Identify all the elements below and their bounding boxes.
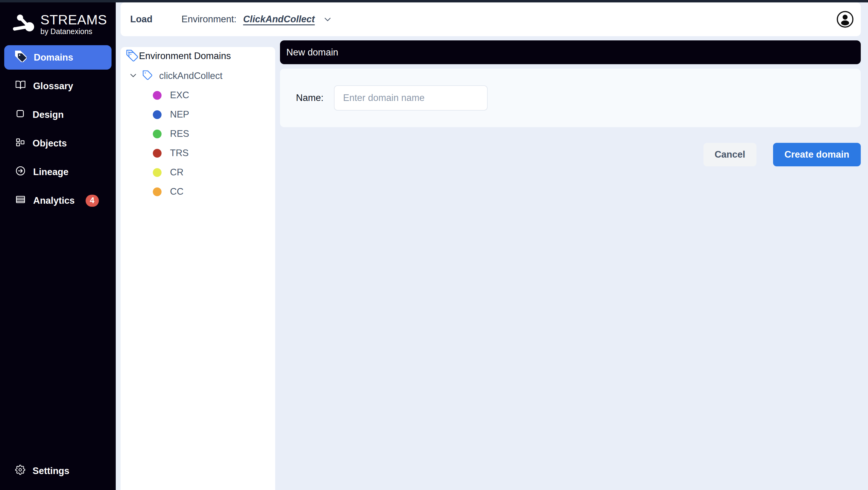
domain-item-trs[interactable]: TRS xyxy=(121,144,275,163)
domain-color-dot xyxy=(153,187,161,196)
window-top-edge xyxy=(0,0,868,2)
domain-color-dot xyxy=(153,130,161,138)
environment-label: Environment: xyxy=(181,14,237,25)
tree-root-clickandcollect[interactable]: clickAndCollect xyxy=(121,70,275,81)
top-header: Load Environment: ClickAndCollect xyxy=(121,2,861,36)
sidebar-item-label: Lineage xyxy=(33,167,68,178)
domain-item-exc[interactable]: EXC xyxy=(121,86,275,105)
panel-title: Environment Domains xyxy=(139,51,231,61)
domain-item-cr[interactable]: CR xyxy=(121,163,275,182)
logo-title: STREAMS xyxy=(40,13,107,27)
domain-color-dot xyxy=(153,168,161,177)
domain-label: NEP xyxy=(170,109,189,120)
new-domain-title: New domain xyxy=(286,47,338,58)
tags-icon xyxy=(15,51,27,64)
square-icon xyxy=(15,109,25,121)
domain-color-dot xyxy=(153,91,161,100)
sidebar-item-label: Domains xyxy=(34,52,73,63)
domain-label: CR xyxy=(170,167,184,178)
sidebar-nav: Domains Glossary Design xyxy=(0,43,116,215)
blocks-icon xyxy=(15,137,25,150)
load-button[interactable]: Load xyxy=(130,14,153,25)
new-domain-header: New domain xyxy=(280,40,861,64)
tags-icon xyxy=(126,49,138,63)
sidebar-item-objects[interactable]: Objects xyxy=(0,129,116,158)
sidebar-item-label: Objects xyxy=(33,138,67,149)
sidebar-item-settings[interactable]: Settings xyxy=(0,457,116,485)
gear-icon xyxy=(15,465,25,477)
domain-item-nep[interactable]: NEP xyxy=(121,105,275,124)
sidebar-item-label: Analytics xyxy=(33,195,75,206)
domain-item-res[interactable]: RES xyxy=(121,124,275,144)
logo: STREAMS by Datanexions xyxy=(0,0,116,42)
cancel-button[interactable]: Cancel xyxy=(704,143,756,166)
streams-logo-icon xyxy=(10,13,35,35)
chevron-down-icon[interactable] xyxy=(322,14,333,24)
sidebar: STREAMS by Datanexions xyxy=(0,0,116,490)
sidebar-item-lineage[interactable]: Lineage xyxy=(0,158,116,186)
domain-label: TRS xyxy=(170,148,189,158)
analytics-badge: 4 xyxy=(86,195,99,207)
domain-color-dot xyxy=(153,149,161,158)
chevron-down-icon[interactable] xyxy=(128,70,138,81)
domain-list: EXC NEP RES TRS xyxy=(121,86,275,201)
tree-root-label: clickAndCollect xyxy=(159,70,222,81)
app-root: STREAMS by Datanexions xyxy=(0,0,868,490)
create-domain-button[interactable]: Create domain xyxy=(773,143,861,166)
name-label: Name: xyxy=(296,93,323,103)
tag-icon xyxy=(142,70,153,82)
main-column: Load Environment: ClickAndCollect xyxy=(116,0,868,490)
domain-label: EXC xyxy=(170,90,189,101)
book-open-icon xyxy=(15,80,26,93)
sidebar-item-design[interactable]: Design xyxy=(0,100,116,129)
sidebar-item-label: Glossary xyxy=(33,81,73,92)
domain-label: RES xyxy=(170,128,189,139)
domain-label: CC xyxy=(170,186,184,197)
sidebar-item-domains[interactable]: Domains xyxy=(4,45,112,70)
domain-name-input[interactable] xyxy=(334,85,488,111)
environment-value-link[interactable]: ClickAndCollect xyxy=(243,14,315,25)
domain-item-cc[interactable]: CC xyxy=(121,182,275,201)
user-avatar[interactable] xyxy=(836,10,854,28)
logo-subtitle: by Datanexions xyxy=(40,27,107,35)
sidebar-item-analytics[interactable]: Analytics 4 xyxy=(0,186,116,215)
sidebar-item-glossary[interactable]: Glossary xyxy=(0,72,116,100)
new-domain-area: New domain Name: Cancel Create domain xyxy=(280,40,861,490)
sidebar-item-label: Settings xyxy=(33,466,69,477)
environment-domains-panel: Environment Domains clickAndCo xyxy=(121,47,275,490)
new-domain-form: Name: xyxy=(280,69,861,127)
sidebar-item-label: Design xyxy=(33,110,64,120)
arrow-circle-icon xyxy=(15,165,26,179)
table-icon xyxy=(15,194,26,207)
domain-color-dot xyxy=(153,110,161,119)
